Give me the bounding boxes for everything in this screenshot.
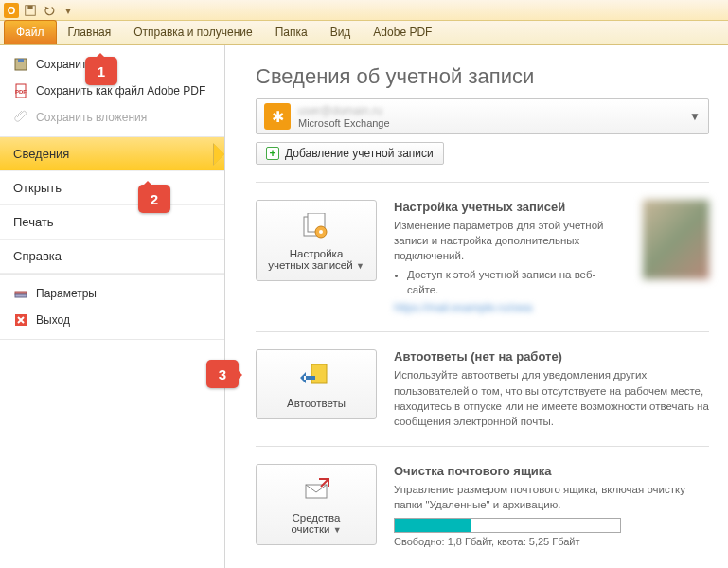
callout-1: 1: [85, 57, 117, 85]
block1-bullet: Доступ к этой учетной записи на веб-сайт…: [407, 267, 626, 297]
backstage-sidebar: Сохранить PDF Сохранить как файл Adobe P…: [0, 45, 225, 568]
block3-text: Управление размером почтового ящика, вкл…: [394, 482, 709, 512]
user-avatar: [643, 200, 709, 279]
tab-folder[interactable]: Папка: [264, 21, 319, 44]
autoreply-icon: [262, 360, 370, 394]
separator: [256, 182, 709, 183]
side-options[interactable]: Параметры: [0, 280, 224, 307]
tile-cleanup[interactable]: Средстваочистки ▼: [256, 464, 377, 545]
dropdown-icon: ▼: [356, 261, 364, 271]
plus-icon: +: [266, 147, 279, 160]
tab-view[interactable]: Вид: [319, 21, 363, 44]
quota-bar: [394, 518, 621, 533]
block1-heading: Настройка учетных записей: [394, 200, 626, 214]
qat-save-icon[interactable]: [23, 3, 38, 18]
callout-2: 2: [138, 185, 170, 213]
add-account-button[interactable]: + Добавление учетной записи: [256, 142, 444, 165]
svg-text:PDF: PDF: [15, 89, 27, 95]
dropdown-icon: ▼: [333, 525, 342, 535]
block-account-settings: Настройкаучетных записей ▼ Настройка уче…: [256, 200, 709, 314]
pdf-icon: PDF: [13, 83, 28, 98]
qat-dropdown-icon[interactable]: ▾: [61, 3, 76, 18]
separator: [256, 331, 709, 332]
side-exit-label: Выход: [36, 313, 70, 327]
content-pane: Сведения об учетной записи ✱ user@domain…: [225, 45, 728, 568]
block1-text: Изменение параметров для этой учетной за…: [394, 218, 626, 263]
block2-heading: Автоответы (нет на работе): [394, 349, 709, 364]
block3-heading: Очистка почтового ящика: [394, 464, 709, 478]
svg-rect-7: [15, 294, 27, 297]
quota-text: Свободно: 1,8 Гбайт, квота: 5,25 Гбайт: [394, 536, 709, 547]
tab-adobepdf[interactable]: Adobe PDF: [362, 21, 443, 44]
tab-file[interactable]: Файл: [4, 20, 57, 44]
account-settings-icon: [262, 210, 370, 244]
qat-undo-icon[interactable]: [42, 3, 57, 18]
side-save-pdf-label: Сохранить как файл Adobe PDF: [36, 84, 205, 98]
nav-info[interactable]: Сведения: [0, 137, 224, 171]
side-save-attach-label: Сохранить вложения: [36, 111, 147, 124]
tab-sendreceive[interactable]: Отправка и получение: [122, 21, 263, 44]
chevron-down-icon: ▼: [689, 110, 701, 123]
side-options-label: Параметры: [36, 287, 97, 300]
block-autoreply: Автоответы Автоответы (нет на работе) Ис…: [256, 349, 709, 428]
page-title: Сведения об учетной записи: [256, 64, 709, 89]
tab-home[interactable]: Главная: [57, 21, 123, 44]
svg-rect-13: [311, 364, 327, 383]
attachment-icon: [13, 110, 28, 125]
block1-link[interactable]: https://mail.example.ru/owa: [394, 301, 626, 314]
ribbon-tabs: Файл Главная Отправка и получение Папка …: [0, 21, 728, 45]
exit-icon: [13, 312, 28, 328]
svg-rect-3: [18, 59, 24, 62]
side-save-attachments: Сохранить вложения: [0, 104, 224, 131]
account-type: Microsoft Exchange: [298, 117, 682, 129]
app-icon: O: [4, 3, 19, 18]
account-selector[interactable]: ✱ user@domain.ru Microsoft Exchange ▼: [256, 98, 709, 134]
nav-open[interactable]: Открыть: [0, 171, 224, 205]
separator: [256, 446, 709, 447]
account-email: user@domain.ru: [298, 104, 682, 117]
options-icon: [13, 286, 28, 301]
cleanup-icon: [262, 474, 370, 508]
block-cleanup: Средстваочистки ▼ Очистка почтового ящик…: [256, 464, 709, 547]
tile-account-settings[interactable]: Настройкаучетных записей ▼: [256, 200, 377, 281]
title-bar: O ▾: [0, 0, 728, 21]
nav-help[interactable]: Справка: [0, 240, 224, 274]
side-exit[interactable]: Выход: [0, 307, 224, 333]
add-account-label: Добавление учетной записи: [285, 147, 434, 160]
tile-autoreply[interactable]: Автоответы: [256, 349, 377, 419]
svg-point-12: [319, 230, 323, 234]
svg-rect-1: [27, 5, 32, 9]
side-save-label: Сохранить: [36, 58, 93, 71]
quota-fill: [395, 519, 471, 532]
nav-print[interactable]: Печать: [0, 205, 224, 240]
callout-3: 3: [206, 360, 239, 388]
block2-text: Используйте автоответы для уведомления д…: [394, 367, 709, 428]
save-icon: [13, 57, 28, 72]
exchange-icon: ✱: [264, 103, 291, 130]
